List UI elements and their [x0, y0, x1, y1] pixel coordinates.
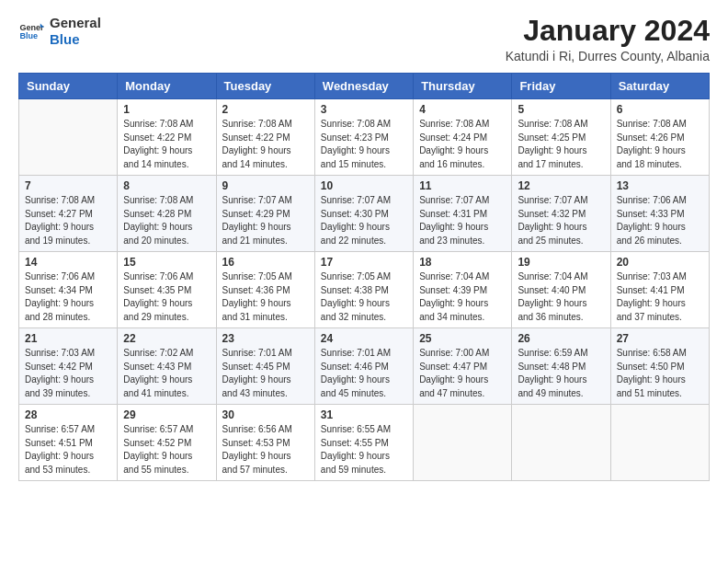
calendar-cell	[512, 405, 610, 481]
day-number: 23	[222, 332, 309, 345]
day-info: Sunrise: 7:07 AMSunset: 4:31 PMDaylight:…	[419, 194, 506, 247]
day-info: Sunrise: 7:04 AMSunset: 4:39 PMDaylight:…	[419, 270, 506, 324]
calendar-cell: 12Sunrise: 7:07 AMSunset: 4:32 PMDayligh…	[512, 176, 610, 252]
day-number: 9	[222, 179, 309, 192]
calendar-cell: 14Sunrise: 7:06 AMSunset: 4:34 PMDayligh…	[19, 252, 118, 328]
calendar-cell: 1Sunrise: 7:08 AMSunset: 4:22 PMDaylight…	[118, 99, 216, 176]
day-info: Sunrise: 7:03 AMSunset: 4:41 PMDaylight:…	[617, 270, 703, 324]
calendar-cell: 23Sunrise: 7:01 AMSunset: 4:45 PMDayligh…	[216, 328, 314, 405]
calendar-cell: 19Sunrise: 7:04 AMSunset: 4:40 PMDayligh…	[512, 252, 610, 328]
day-number: 7	[25, 179, 111, 192]
day-number: 28	[25, 408, 111, 421]
calendar-cell: 15Sunrise: 7:06 AMSunset: 4:35 PMDayligh…	[118, 252, 216, 328]
calendar-cell: 26Sunrise: 6:59 AMSunset: 4:48 PMDayligh…	[512, 328, 610, 405]
calendar-week-row: 28Sunrise: 6:57 AMSunset: 4:51 PMDayligh…	[19, 405, 710, 481]
title-block: January 2024 Katundi i Ri, Durres County…	[506, 15, 710, 63]
day-info: Sunrise: 7:08 AMSunset: 4:23 PMDaylight:…	[321, 118, 407, 171]
calendar-cell: 3Sunrise: 7:08 AMSunset: 4:23 PMDaylight…	[314, 99, 413, 176]
weekday-header-sunday: Sunday	[19, 74, 118, 99]
calendar-cell	[610, 405, 709, 481]
calendar-cell: 11Sunrise: 7:07 AMSunset: 4:31 PMDayligh…	[414, 176, 512, 252]
day-info: Sunrise: 6:56 AMSunset: 4:53 PMDaylight:…	[222, 423, 309, 477]
day-info: Sunrise: 7:06 AMSunset: 4:33 PMDaylight:…	[617, 194, 703, 247]
page: General Blue General Blue January 2024 K…	[0, 0, 728, 563]
day-info: Sunrise: 7:08 AMSunset: 4:27 PMDaylight:…	[25, 194, 111, 247]
weekday-header-saturday: Saturday	[610, 74, 709, 99]
day-number: 8	[123, 179, 210, 192]
day-number: 27	[617, 332, 703, 345]
day-info: Sunrise: 6:59 AMSunset: 4:48 PMDaylight:…	[518, 347, 604, 400]
calendar-cell: 25Sunrise: 7:00 AMSunset: 4:47 PMDayligh…	[414, 328, 512, 405]
calendar-cell: 10Sunrise: 7:07 AMSunset: 4:30 PMDayligh…	[314, 176, 413, 252]
day-info: Sunrise: 6:57 AMSunset: 4:52 PMDaylight:…	[123, 423, 210, 477]
day-number: 29	[123, 408, 210, 421]
day-number: 5	[518, 103, 604, 116]
calendar-week-row: 1Sunrise: 7:08 AMSunset: 4:22 PMDaylight…	[19, 99, 710, 176]
day-number: 22	[123, 332, 210, 345]
day-info: Sunrise: 7:05 AMSunset: 4:36 PMDaylight:…	[222, 270, 309, 324]
day-info: Sunrise: 7:01 AMSunset: 4:45 PMDaylight:…	[222, 347, 309, 400]
day-number: 2	[222, 103, 309, 116]
calendar-cell: 30Sunrise: 6:56 AMSunset: 4:53 PMDayligh…	[216, 405, 314, 481]
calendar-cell: 28Sunrise: 6:57 AMSunset: 4:51 PMDayligh…	[19, 405, 118, 481]
logo-text-blue: Blue	[50, 31, 101, 48]
day-number: 15	[123, 256, 210, 269]
calendar-header-row: SundayMondayTuesdayWednesdayThursdayFrid…	[19, 74, 710, 99]
calendar-cell: 16Sunrise: 7:05 AMSunset: 4:36 PMDayligh…	[216, 252, 314, 328]
weekday-header-thursday: Thursday	[414, 74, 512, 99]
svg-text:Blue: Blue	[19, 31, 38, 40]
day-number: 25	[419, 332, 506, 345]
day-number: 12	[518, 179, 604, 192]
calendar-cell: 22Sunrise: 7:02 AMSunset: 4:43 PMDayligh…	[118, 328, 216, 405]
day-info: Sunrise: 7:08 AMSunset: 4:22 PMDaylight:…	[222, 118, 309, 171]
calendar-cell: 8Sunrise: 7:08 AMSunset: 4:28 PMDaylight…	[118, 176, 216, 252]
calendar-cell: 2Sunrise: 7:08 AMSunset: 4:22 PMDaylight…	[216, 99, 314, 176]
calendar-cell: 9Sunrise: 7:07 AMSunset: 4:29 PMDaylight…	[216, 176, 314, 252]
day-number: 20	[617, 256, 703, 269]
day-info: Sunrise: 7:08 AMSunset: 4:28 PMDaylight:…	[123, 194, 210, 247]
logo-text-general: General	[50, 15, 101, 31]
day-info: Sunrise: 7:06 AMSunset: 4:34 PMDaylight:…	[25, 270, 111, 324]
calendar-cell: 31Sunrise: 6:55 AMSunset: 4:55 PMDayligh…	[314, 405, 413, 481]
page-title: January 2024	[506, 15, 710, 47]
day-number: 3	[321, 103, 407, 116]
day-info: Sunrise: 7:08 AMSunset: 4:24 PMDaylight:…	[419, 118, 506, 171]
weekday-header-tuesday: Tuesday	[216, 74, 314, 99]
day-number: 6	[617, 103, 703, 116]
calendar-week-row: 14Sunrise: 7:06 AMSunset: 4:34 PMDayligh…	[19, 252, 710, 328]
calendar-cell: 24Sunrise: 7:01 AMSunset: 4:46 PMDayligh…	[314, 328, 413, 405]
day-info: Sunrise: 7:08 AMSunset: 4:26 PMDaylight:…	[617, 118, 703, 171]
day-info: Sunrise: 7:07 AMSunset: 4:29 PMDaylight:…	[222, 194, 309, 247]
calendar-cell: 7Sunrise: 7:08 AMSunset: 4:27 PMDaylight…	[19, 176, 118, 252]
day-number: 19	[518, 256, 604, 269]
day-number: 26	[518, 332, 604, 345]
day-number: 17	[321, 256, 407, 269]
weekday-header-wednesday: Wednesday	[314, 74, 413, 99]
day-number: 14	[25, 256, 111, 269]
day-number: 13	[617, 179, 703, 192]
calendar-cell	[19, 99, 118, 176]
day-number: 31	[321, 408, 407, 421]
calendar-cell: 21Sunrise: 7:03 AMSunset: 4:42 PMDayligh…	[19, 328, 118, 405]
day-number: 18	[419, 256, 506, 269]
calendar-cell: 4Sunrise: 7:08 AMSunset: 4:24 PMDaylight…	[414, 99, 512, 176]
day-number: 4	[419, 103, 506, 116]
calendar-table: SundayMondayTuesdayWednesdayThursdayFrid…	[18, 73, 710, 481]
day-number: 24	[321, 332, 407, 345]
day-info: Sunrise: 7:06 AMSunset: 4:35 PMDaylight:…	[123, 270, 210, 324]
day-info: Sunrise: 7:04 AMSunset: 4:40 PMDaylight:…	[518, 270, 604, 324]
calendar-cell: 20Sunrise: 7:03 AMSunset: 4:41 PMDayligh…	[610, 252, 709, 328]
day-info: Sunrise: 7:00 AMSunset: 4:47 PMDaylight:…	[419, 347, 506, 400]
calendar-cell: 5Sunrise: 7:08 AMSunset: 4:25 PMDaylight…	[512, 99, 610, 176]
day-info: Sunrise: 7:05 AMSunset: 4:38 PMDaylight:…	[321, 270, 407, 324]
calendar-cell: 13Sunrise: 7:06 AMSunset: 4:33 PMDayligh…	[610, 176, 709, 252]
day-number: 1	[123, 103, 210, 116]
day-number: 21	[25, 332, 111, 345]
header: General Blue General Blue January 2024 K…	[18, 15, 710, 63]
calendar-cell	[414, 405, 512, 481]
calendar-cell: 29Sunrise: 6:57 AMSunset: 4:52 PMDayligh…	[118, 405, 216, 481]
logo-icon: General Blue	[18, 18, 44, 44]
day-info: Sunrise: 7:01 AMSunset: 4:46 PMDaylight:…	[321, 347, 407, 400]
day-info: Sunrise: 6:55 AMSunset: 4:55 PMDaylight:…	[321, 423, 407, 477]
day-number: 10	[321, 179, 407, 192]
